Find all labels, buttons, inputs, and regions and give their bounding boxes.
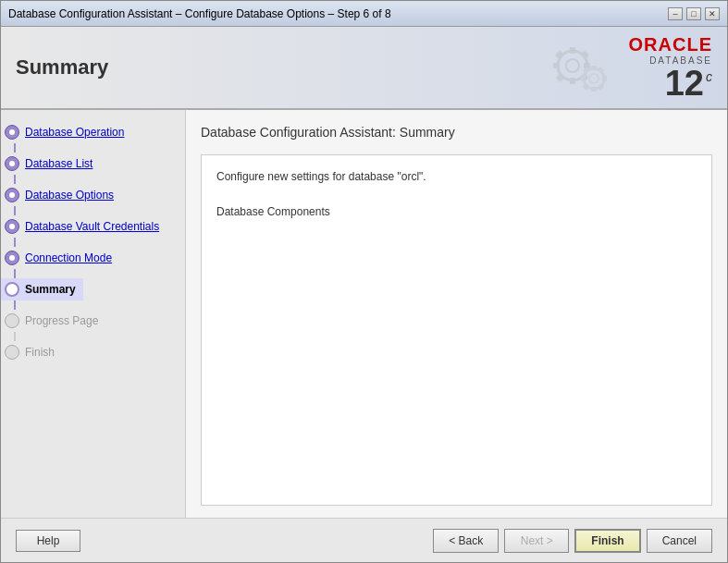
sidebar-item-database-operation[interactable]: Database Operation (1, 121, 131, 143)
step-line-2 (14, 175, 16, 184)
title-bar: Database Configuration Assistant – Confi… (1, 1, 727, 27)
summary-box: Configure new settings for database "orc… (201, 154, 712, 506)
oracle-logo: ORACLE DATABASE 12 c (629, 34, 712, 101)
svg-rect-7 (580, 51, 588, 59)
svg-rect-2 (570, 47, 575, 54)
step-line-3 (14, 206, 16, 215)
back-button[interactable]: < Back (433, 529, 499, 553)
summary-components-text: Database Components (216, 205, 697, 218)
oracle-brand-text: ORACLE (629, 34, 712, 55)
svg-point-24 (9, 255, 15, 261)
main-panel: Database Configuration Assistant: Summar… (186, 110, 727, 518)
svg-point-23 (9, 224, 15, 229)
svg-point-11 (589, 74, 598, 83)
footer-left: Help (16, 530, 80, 552)
content-area: Database Operation Database List (1, 110, 727, 518)
svg-rect-18 (582, 83, 589, 91)
step-indicator-3 (5, 188, 19, 202)
close-button[interactable]: ✕ (705, 7, 720, 20)
cancel-button[interactable]: Cancel (647, 529, 712, 553)
panel-title: Database Configuration Assistant: Summar… (201, 125, 712, 140)
step-indicator-6 (5, 282, 19, 297)
svg-rect-12 (591, 66, 597, 70)
oracle-version-area: 12 c (665, 66, 712, 101)
step-indicator-1 (5, 125, 19, 140)
sidebar-item-progress-page: Progress Page (1, 310, 105, 332)
footer: Help < Back Next > Finish Cancel (1, 518, 727, 562)
main-window: Database Configuration Assistant – Confi… (0, 0, 728, 563)
minimize-button[interactable]: – (668, 7, 683, 20)
svg-point-22 (9, 192, 15, 198)
step-line-4 (14, 238, 16, 247)
svg-rect-14 (581, 76, 586, 81)
sidebar-item-summary[interactable]: Summary (1, 278, 83, 300)
svg-rect-13 (591, 87, 597, 92)
main-area: Summary (1, 27, 727, 562)
sidebar-item-database-options[interactable]: Database Options (1, 184, 121, 206)
step-line-5 (14, 269, 16, 278)
sidebar: Database Operation Database List (1, 110, 186, 518)
gears-icon (540, 40, 614, 95)
sidebar-item-database-vault-credentials[interactable]: Database Vault Credentials (1, 215, 167, 238)
next-button: Next > (504, 529, 569, 553)
header: Summary (1, 27, 727, 110)
step-indicator-8 (5, 345, 19, 360)
step-line-1 (14, 143, 16, 153)
svg-rect-4 (553, 63, 560, 68)
step-indicator-2 (5, 156, 19, 171)
svg-rect-3 (570, 78, 575, 84)
svg-point-1 (566, 59, 579, 72)
step-line-6 (14, 300, 16, 310)
svg-rect-6 (555, 51, 563, 59)
svg-rect-15 (602, 76, 607, 81)
step-indicator-7 (5, 313, 19, 328)
sidebar-item-finish: Finish (1, 341, 62, 363)
logo-area: ORACLE DATABASE 12 c (540, 34, 712, 101)
finish-button[interactable]: Finish (574, 529, 640, 553)
summary-configure-text: Configure new settings for database "orc… (216, 170, 697, 183)
footer-right: < Back Next > Finish Cancel (433, 529, 712, 553)
window-controls: – □ ✕ (668, 7, 720, 20)
page-title: Summary (16, 55, 108, 80)
svg-point-21 (9, 161, 15, 166)
window-title: Database Configuration Assistant – Confi… (8, 7, 391, 20)
help-button[interactable]: Help (16, 530, 80, 552)
maximize-button[interactable]: □ (686, 7, 701, 20)
sidebar-item-database-list[interactable]: Database List (1, 153, 100, 175)
oracle-version-number: 12 (665, 66, 704, 101)
step-indicator-5 (5, 251, 19, 265)
svg-point-20 (9, 129, 15, 135)
sidebar-item-connection-mode[interactable]: Connection Mode (1, 247, 119, 269)
step-line-7 (14, 332, 16, 341)
step-indicator-4 (5, 219, 19, 234)
oracle-version-suffix: c (706, 69, 712, 84)
